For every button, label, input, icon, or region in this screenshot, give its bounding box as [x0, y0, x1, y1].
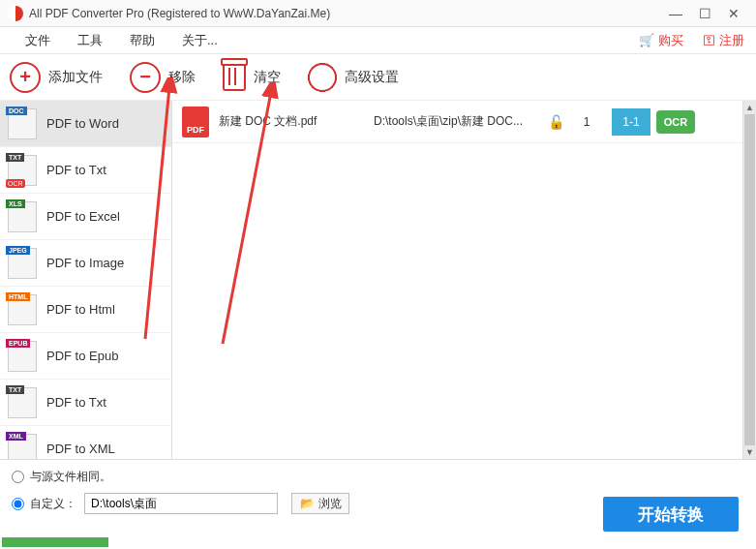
format-badge: XML: [8, 434, 37, 460]
progress-bar: [2, 537, 108, 547]
minimize-button[interactable]: —: [661, 4, 690, 23]
menubar: 文件 工具 帮助 关于... 🛒 购买 ⚿ 注册: [0, 27, 756, 54]
gear-icon: [308, 63, 337, 92]
file-list: PDF 新建 DOC 文档.pdf D:\tools\桌面\zip\新建 DOC…: [172, 101, 756, 459]
format-badge: DOC: [8, 108, 37, 139]
format-badge: TXTOCR: [8, 155, 37, 186]
remove-label: 移除: [168, 69, 196, 86]
lock-icon: 🔓: [548, 114, 567, 130]
sidebar-item-pdf-to-xml[interactable]: XMLPDF to XML: [0, 426, 171, 459]
menu-tools[interactable]: 工具: [64, 28, 116, 53]
sidebar-item-label: PDF to Txt: [46, 395, 106, 410]
add-file-label: 添加文件: [48, 69, 103, 86]
custom-label: 自定义：: [30, 496, 76, 512]
custom-radio[interactable]: [12, 498, 24, 510]
settings-button[interactable]: 高级设置: [308, 63, 399, 92]
key-icon: ⚿: [703, 33, 715, 47]
sidebar[interactable]: DOCPDF to WordTXTOCRPDF to TxtXLSPDF to …: [0, 101, 172, 459]
page-count: 1: [567, 115, 606, 129]
start-convert-button[interactable]: 开始转换: [603, 497, 739, 532]
sidebar-item-pdf-to-txt[interactable]: TXTOCRPDF to Txt: [0, 147, 171, 194]
sidebar-item-label: PDF to Image: [46, 256, 124, 270]
sidebar-item-label: PDF to Html: [46, 302, 115, 317]
sidebar-item-label: PDF to Epub: [46, 349, 118, 363]
maximize-button[interactable]: ☐: [690, 4, 719, 23]
remove-button[interactable]: − 移除: [130, 62, 196, 93]
minus-icon: −: [130, 62, 161, 93]
format-badge: XLS: [8, 201, 37, 232]
same-as-source-option[interactable]: 与源文件相同。: [12, 466, 744, 487]
clear-label: 清空: [254, 69, 281, 86]
plus-icon: +: [10, 62, 41, 93]
format-badge: EPUB: [8, 341, 37, 372]
output-path-input[interactable]: [84, 493, 278, 514]
browse-button[interactable]: 📂 浏览: [291, 493, 349, 514]
sidebar-item-pdf-to-epub[interactable]: EPUBPDF to Epub: [0, 333, 171, 380]
file-row[interactable]: PDF 新建 DOC 文档.pdf D:\tools\桌面\zip\新建 DOC…: [172, 101, 756, 143]
main-area: DOCPDF to WordTXTOCRPDF to TxtXLSPDF to …: [0, 101, 756, 459]
sidebar-item-pdf-to-txt[interactable]: TXTPDF to Txt: [0, 380, 171, 426]
sidebar-item-pdf-to-html[interactable]: HTMLPDF to Html: [0, 287, 171, 333]
settings-label: 高级设置: [345, 69, 399, 86]
vertical-scrollbar[interactable]: ▲ ▼: [742, 101, 756, 459]
scroll-down-arrow[interactable]: ▼: [743, 445, 756, 459]
clear-button[interactable]: 清空: [223, 64, 281, 91]
cart-icon: 🛒: [639, 33, 654, 47]
pdf-icon: PDF: [182, 107, 209, 137]
add-file-button[interactable]: + 添加文件: [10, 62, 103, 93]
sidebar-item-label: PDF to Word: [46, 116, 119, 131]
register-label: 注册: [719, 32, 744, 49]
sidebar-item-pdf-to-excel[interactable]: XLSPDF to Excel: [0, 194, 171, 240]
window-title: All PDF Converter Pro (Registered to WwW…: [29, 7, 661, 20]
toolbar: + 添加文件 − 移除 清空 高级设置: [0, 54, 756, 101]
menu-about[interactable]: 关于...: [168, 28, 231, 53]
ocr-button[interactable]: OCR: [656, 110, 695, 134]
scroll-up-arrow[interactable]: ▲: [743, 101, 756, 114]
menu-help[interactable]: 帮助: [116, 28, 168, 53]
buy-link[interactable]: 🛒 购买: [639, 32, 683, 49]
sidebar-item-pdf-to-word[interactable]: DOCPDF to Word: [0, 101, 171, 147]
buy-label: 购买: [658, 32, 683, 49]
app-icon: [8, 6, 23, 21]
menu-file[interactable]: 文件: [12, 28, 64, 53]
browse-label: 浏览: [318, 496, 342, 512]
scroll-thumb[interactable]: [744, 114, 755, 445]
same-as-source-label: 与源文件相同。: [30, 469, 111, 485]
sidebar-item-label: PDF to Excel: [46, 209, 120, 224]
titlebar: All PDF Converter Pro (Registered to WwW…: [0, 0, 756, 27]
format-badge: JPEG: [8, 248, 37, 279]
sidebar-item-label: PDF to XML: [46, 442, 115, 456]
file-path: D:\tools\桌面\zip\新建 DOC...: [374, 113, 548, 130]
register-link[interactable]: ⚿ 注册: [703, 32, 744, 49]
folder-icon: 📂: [300, 497, 315, 510]
page-range-button[interactable]: 1-1: [612, 108, 650, 136]
sidebar-item-label: PDF to Txt: [46, 163, 106, 177]
format-badge: TXT: [8, 387, 37, 418]
trash-icon: [223, 64, 246, 91]
file-name: 新建 DOC 文档.pdf: [219, 113, 374, 130]
sidebar-item-pdf-to-image[interactable]: JPEGPDF to Image: [0, 240, 171, 287]
close-button[interactable]: ✕: [719, 4, 748, 23]
format-badge: HTML: [8, 294, 37, 325]
same-as-source-radio[interactable]: [12, 471, 24, 483]
